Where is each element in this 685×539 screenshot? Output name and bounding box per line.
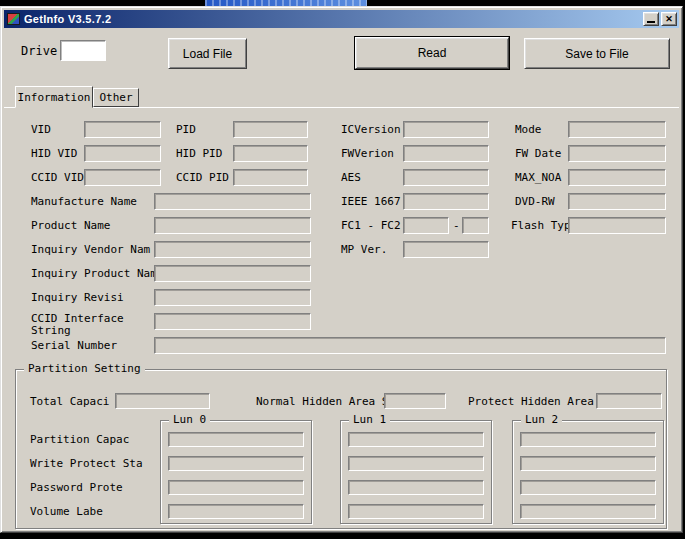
fwverion-label: FWVerion	[341, 148, 394, 160]
mp-ver-field[interactable]	[403, 241, 489, 258]
serial-number-label: Serial Number	[31, 340, 117, 352]
lun0-write-protect-field[interactable]	[168, 456, 304, 471]
flash-typ-field[interactable]	[568, 217, 666, 234]
inquiry-product-name-field[interactable]	[154, 265, 311, 282]
lun2-title: Lun 2	[521, 413, 562, 426]
pid-field[interactable]	[233, 121, 308, 138]
fwverion-field[interactable]	[403, 145, 489, 162]
inquiry-vendor-name-label: Inquiry Vendor Nam	[31, 244, 150, 256]
close-button[interactable]: ✕	[661, 12, 677, 26]
fc1-fc2-label: FC1 - FC2	[341, 220, 401, 232]
fw-date-field[interactable]	[568, 145, 666, 162]
ccid-vid-field[interactable]	[84, 169, 161, 186]
drive-input[interactable]	[60, 40, 106, 61]
titlebar[interactable]: GetInfo V3.5.7.2 ✕	[4, 10, 679, 28]
pid-label: PID	[176, 124, 196, 136]
icversion-label: ICVersion	[341, 124, 401, 136]
hid-vid-field[interactable]	[84, 145, 161, 162]
lun1-volume-label-field[interactable]	[348, 504, 484, 519]
lun1-group: Lun 1	[340, 420, 492, 524]
normal-hidden-area-label: Normal Hidden Area S	[256, 396, 388, 408]
aes-label: AES	[341, 172, 361, 184]
icversion-field[interactable]	[403, 121, 489, 138]
minimize-icon	[647, 21, 655, 23]
partition-setting-group: Partition Setting Total Capaci Normal Hi…	[15, 369, 667, 529]
ccid-pid-label: CCID PID	[176, 172, 229, 184]
fc2-field[interactable]	[462, 217, 489, 234]
inquiry-product-name-label: Inquiry Product Nam	[31, 268, 157, 280]
hid-pid-field[interactable]	[233, 145, 308, 162]
lun2-password-protect-field[interactable]	[520, 480, 656, 495]
lun0-title: Lun 0	[169, 413, 210, 426]
load-file-button[interactable]: Load File	[168, 38, 247, 69]
ccid-interface-string-label: CCID Interface String	[31, 313, 149, 337]
dvd-rw-label: DVD-RW	[515, 196, 555, 208]
product-name-label: Product Name	[31, 220, 110, 232]
lun2-volume-label-field[interactable]	[520, 504, 656, 519]
fc1-field[interactable]	[403, 217, 449, 234]
hid-pid-label: HID PID	[176, 148, 222, 160]
mode-label: Mode	[515, 124, 542, 136]
write-protect-status-label: Write Protect Sta	[30, 458, 143, 470]
partition-capacity-label: Partition Capac	[30, 434, 129, 446]
lun2-write-protect-field[interactable]	[520, 456, 656, 471]
max-noa-field[interactable]	[568, 169, 666, 186]
screen: GetInfo V3.5.7.2 ✕ Drive Load File Read …	[0, 0, 685, 539]
mode-field[interactable]	[568, 121, 666, 138]
manufacture-name-field[interactable]	[154, 193, 311, 210]
flash-typ-label: Flash Typ	[511, 220, 571, 232]
lun0-group: Lun 0	[160, 420, 312, 524]
tab-pane-edge	[4, 107, 679, 108]
product-name-field[interactable]	[154, 217, 311, 234]
window-title: GetInfo V3.5.7.2	[24, 13, 111, 25]
lun2-group: Lun 2	[512, 420, 664, 524]
volume-label-label: Volume Labe	[30, 506, 103, 518]
tab-information[interactable]: Information	[15, 86, 93, 108]
normal-hidden-area-field[interactable]	[384, 393, 446, 409]
partition-setting-title: Partition Setting	[24, 362, 145, 375]
lun0-partition-capacity-field[interactable]	[168, 432, 304, 447]
serial-number-field[interactable]	[154, 337, 666, 354]
lun0-password-protect-field[interactable]	[168, 480, 304, 495]
inquiry-revision-label: Inquiry Revisi	[31, 292, 124, 304]
fw-date-label: FW Date	[515, 148, 561, 160]
aes-field[interactable]	[403, 169, 489, 186]
hid-vid-label: HID VID	[31, 148, 77, 160]
lun1-write-protect-field[interactable]	[348, 456, 484, 471]
read-button[interactable]: Read	[355, 37, 509, 69]
manufacture-name-label: Manufacture Name	[31, 196, 137, 208]
read-button-default-ring: Read	[354, 36, 510, 70]
drive-label: Drive	[21, 45, 57, 57]
ieee1667-label: IEEE 1667	[341, 196, 401, 208]
protect-hidden-area-field[interactable]	[596, 393, 662, 409]
total-capacity-field[interactable]	[115, 393, 210, 409]
password-protect-label: Password Prote	[30, 482, 123, 494]
vid-label: VID	[31, 124, 51, 136]
close-icon: ✕	[662, 14, 676, 24]
fc-dash-label: -	[453, 220, 460, 232]
ccid-vid-label: CCID VID	[31, 172, 84, 184]
titlebar-buttons: ✕	[643, 12, 677, 26]
ccid-pid-field[interactable]	[233, 169, 308, 186]
lun0-volume-label-field[interactable]	[168, 504, 304, 519]
lun1-partition-capacity-field[interactable]	[348, 432, 484, 447]
dvd-rw-field[interactable]	[568, 193, 666, 210]
inquiry-revision-field[interactable]	[154, 289, 311, 306]
app-icon	[7, 13, 20, 25]
protect-hidden-area-label: Protect Hidden Area S	[468, 396, 607, 408]
total-capacity-label: Total Capaci	[30, 396, 109, 408]
minimize-button[interactable]	[643, 12, 659, 26]
inquiry-vendor-name-field[interactable]	[154, 241, 311, 258]
tab-other[interactable]: Other	[93, 88, 139, 107]
lun1-title: Lun 1	[349, 413, 390, 426]
getinfo-window: GetInfo V3.5.7.2 ✕ Drive Load File Read …	[0, 6, 683, 533]
lun1-password-protect-field[interactable]	[348, 480, 484, 495]
max-noa-label: MAX_NOA	[515, 172, 561, 184]
ccid-interface-string-field[interactable]	[154, 313, 311, 330]
vid-field[interactable]	[84, 121, 161, 138]
lun2-partition-capacity-field[interactable]	[520, 432, 656, 447]
save-to-file-button[interactable]: Save to File	[524, 38, 670, 69]
mp-ver-label: MP Ver.	[341, 244, 387, 256]
ieee1667-field[interactable]	[403, 193, 489, 210]
